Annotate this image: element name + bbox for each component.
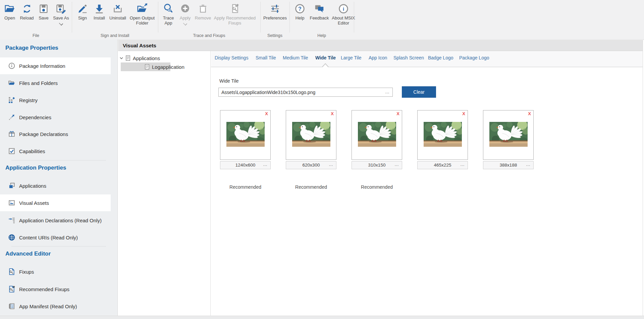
sidebar-item-label: Dependencies [19,115,51,120]
open-label: Open [2,15,17,20]
sidebar-item-label: Registry [19,97,38,103]
sidebar-item-capabilities[interactable]: Capabilities [0,143,111,160]
tile-more-button[interactable]: … [460,161,465,168]
ribbon-group-file: File [0,33,72,38]
sidebar-item-application-declarations[interactable]: Application Declarations (Read Only) [0,212,111,229]
checkbox-check-icon [8,147,15,155]
chevron-down-icon[interactable] [120,57,123,59]
sidebar-item-dependencies[interactable]: Dependencies [0,109,111,126]
tile-size-field[interactable]: 620x300 … [286,161,336,169]
open-output-folder-label: Open OutputFolder [128,15,157,26]
sidebar-item-files-and-folders[interactable]: Files and Folders [0,75,111,91]
preferences-button[interactable]: Preferences [262,2,288,20]
wide-tile-path-input[interactable]: Assets\LogapplicationWide310x150Logo.png… [218,88,393,97]
sidebar-item-recommended-fixups[interactable]: Recommended Fixups [0,281,111,298]
sidebar-item-registry[interactable]: Registry [0,92,111,108]
open-output-folder-button[interactable]: Open OutputFolder [128,2,157,26]
help-button[interactable]: Help [292,2,307,20]
selected-tab-notch-fill [322,64,328,67]
tile-size-value: 465x225 [434,163,451,168]
tile-size-field[interactable]: 310x150 … [352,161,402,169]
tile-size-field[interactable]: 465x225 … [417,161,468,169]
label-line-1: About MSIX [332,15,355,20]
sign-button[interactable]: Sign [74,2,91,20]
document-icon [126,55,130,61]
save-label: Save [36,15,51,20]
remove-asset-button[interactable]: X [462,111,465,116]
tab-badge-logo[interactable]: Badge Logo [428,55,453,60]
tile-size-field[interactable]: 1240x600 … [220,161,271,169]
ribbon-separator [289,2,290,33]
sidebar-item-label: Capabilities [19,148,45,154]
remove-asset-button[interactable]: X [331,111,334,116]
tile-size-value: 620x300 [303,163,320,168]
trace-app-button[interactable]: TraceApp [160,2,176,26]
horizontal-scrollbar[interactable] [0,316,644,319]
remove-asset-button[interactable]: X [265,111,268,116]
tab-wide-tile[interactable]: Wide Tile [315,55,336,60]
sidebar-item-package-information[interactable]: Package Information [0,57,111,74]
wide-tile-image-dove [358,122,396,147]
section-heading-package-properties: Package Properties [5,45,58,51]
ribbon-separator [260,2,261,33]
browse-button[interactable]: … [385,89,390,94]
save-button[interactable]: Save [36,2,51,20]
sidebar-item-label: Content URIs (Read Only) [19,235,78,240]
tab-package-logo[interactable]: Package Logo [459,55,489,60]
sidebar-item-app-manifest[interactable]: App Manifest (Read Only) [0,298,111,315]
wide-tile-path-value: Assets\LogapplicationWide310x150Logo.png [221,90,315,95]
tree-node-label: Logapplication [152,64,184,70]
tile-size-field[interactable]: 388x188 … [483,161,534,169]
folders-icon [8,79,15,87]
tile-size-value: 310x150 [368,163,386,168]
tab-large-tile[interactable]: Large Tile [341,55,361,60]
tile-more-button[interactable]: … [263,161,268,168]
vertical-scrollbar-gutter[interactable] [643,40,643,316]
feedback-button[interactable]: Feedback [309,2,329,20]
feedback-label: Feedback [309,15,329,20]
clear-button[interactable]: Clear [402,86,436,98]
tree-node-applications[interactable]: Applications [120,54,207,62]
sidebar-item-package-declarations[interactable]: Package Declarations [0,126,111,142]
tile-preview-1240x600: X [220,110,271,160]
tab-app-icon[interactable]: App Icon [369,55,387,60]
sidebar-item-visual-assets[interactable]: Visual Assets [0,194,111,211]
sidebar-item-label: Recommended Fixups [19,286,69,292]
reload-button[interactable]: Reload [18,2,36,20]
ribbon-group-help: Help [289,33,354,38]
tile-more-button[interactable]: … [394,161,399,168]
tab-small-tile[interactable]: Small Tile [256,55,276,60]
remove-asset-button[interactable]: X [396,111,399,116]
save-as-button[interactable]: Save As [51,2,71,27]
sidebar-item-label: Application Declarations (Read Only) [19,218,102,223]
sidebar-item-fixups[interactable]: Fixups [0,263,111,280]
help-icon [292,2,307,14]
sidebar-item-applications[interactable]: Applications [0,177,111,194]
tree-node-logapplication[interactable]: Logapplication [145,62,205,71]
about-msix-editor-button[interactable]: About MSIXEditor [330,2,357,26]
tab-splash-screen[interactable]: Splash Screen [393,55,424,60]
tab-display-settings[interactable]: Display Settings [215,55,248,60]
sidebar-item-content-uris[interactable]: Content URIs (Read Only) [0,229,111,246]
sign-icon [74,2,91,14]
open-button[interactable]: Open [2,2,17,20]
tab-medium-tile[interactable]: Medium Tile [283,55,308,60]
dependencies-icon [8,113,15,121]
tile-more-button[interactable]: … [329,161,333,168]
remove-asset-button[interactable]: X [528,111,531,116]
label-line-1: Trace [163,15,174,20]
document-icon [145,64,149,70]
main-panel-header: Visual Assets [118,40,643,51]
uninstall-button[interactable]: Uninstall [107,2,129,20]
ribbon-separator [158,2,158,33]
wrench-page-star-icon [8,285,15,293]
sidebar-item-label: Package Information [19,63,65,69]
tile-more-button[interactable]: … [526,161,531,168]
install-label: Install [91,15,107,20]
registry-icon [8,96,15,104]
install-button[interactable]: Install [91,2,107,20]
about-icon [330,2,357,14]
chevron-down-icon[interactable] [59,21,63,26]
tile-preview-310x150: X [352,110,402,160]
reload-label: Reload [18,15,36,20]
